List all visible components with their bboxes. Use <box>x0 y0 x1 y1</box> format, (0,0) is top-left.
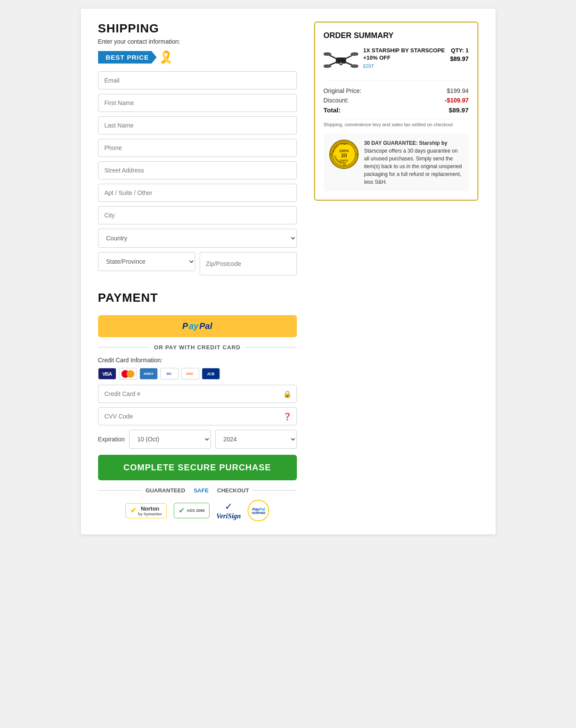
checkout-label: CHECKOUT <box>217 487 249 494</box>
state-zip-row: State/Province Alabama Alaska California… <box>98 252 297 275</box>
shipping-subtitle: Enter your contact information: <box>98 38 297 45</box>
paypal-verified-label: VERIFIED <box>251 511 265 514</box>
cc-info-label: Credit Card Information: <box>98 357 297 364</box>
verisign-badge: ✓ VeriSign <box>216 501 241 520</box>
guarantee-box: 100% 30 DAYS ★ ★ ★ ★ MONEY BACK <box>324 134 469 191</box>
product-qty-price: QTY: 1 $89.97 <box>450 47 469 62</box>
diners-icon: DC <box>160 368 178 380</box>
complete-purchase-button[interactable]: COMPLETE SECURE PURCHASE <box>98 455 297 480</box>
verisign-label: VeriSign <box>216 512 241 520</box>
svg-point-10 <box>340 63 342 64</box>
discount-label: Discount: <box>324 97 349 104</box>
apt-suite-field[interactable] <box>98 184 297 202</box>
norton-badge: ✔ Norton by Symantec <box>125 503 167 518</box>
norton-sub: by Symantec <box>138 512 162 516</box>
lock-icon: 🔒 <box>283 390 292 398</box>
page-container: SHIPPING Enter your contact information:… <box>81 9 496 534</box>
last-name-field[interactable] <box>98 116 297 134</box>
total-value: $89.97 <box>449 106 469 114</box>
main-layout: SHIPPING Enter your contact information:… <box>98 22 478 521</box>
product-image <box>324 47 358 73</box>
ribbon-icon: 🎗️ <box>159 50 174 64</box>
order-summary-title: ORDER SUMMARY <box>324 31 469 40</box>
state-select[interactable]: State/Province Alabama Alaska California… <box>98 252 195 271</box>
phone-field[interactable] <box>98 139 297 157</box>
guaranteed-section: GUARANTEED SAFE CHECKOUT ✔ Norton by Sym… <box>98 487 297 521</box>
ads-check-icon: ✔ <box>178 506 185 515</box>
paypal-pal-text: Pal <box>199 321 212 331</box>
email-field[interactable] <box>98 71 297 89</box>
order-summary: ORDER SUMMARY <box>314 22 478 201</box>
norton-check-icon: ✔ <box>130 506 137 515</box>
paypal-logo: P ay Pal <box>182 321 213 331</box>
left-column: SHIPPING Enter your contact information:… <box>98 22 297 521</box>
right-column: ORDER SUMMARY <box>314 22 478 201</box>
first-name-field[interactable] <box>98 94 297 112</box>
paypal-button[interactable]: P ay Pal <box>98 315 297 337</box>
ads-text: ADS 2086 <box>187 508 205 513</box>
paypal-aypal-text: ay <box>189 321 198 331</box>
price-breakdown: Original Price: $199.94 Discount: -$109.… <box>324 87 469 114</box>
help-icon: ❓ <box>283 412 292 421</box>
zip-field[interactable] <box>200 252 297 275</box>
city-field[interactable] <box>98 206 297 224</box>
discount-row: Discount: -$109.97 <box>324 97 469 104</box>
expiry-month-select[interactable]: 1 (Jan) 2 (Feb) 3 (Mar) 4 (Apr) 5 (May) … <box>129 430 211 449</box>
original-price-value: $199.94 <box>447 87 469 94</box>
guarantee-body: Starscope offers a 30 days guarantee on … <box>364 148 462 185</box>
edit-link[interactable]: EDIT <box>363 64 374 69</box>
product-row: 1X STARSHIP BY STARSCOPE +10% OFF EDIT Q… <box>324 47 469 80</box>
shipping-title: SHIPPING <box>98 22 297 35</box>
best-price-ribbon: BEST PRICE <box>98 51 157 64</box>
paypal-verified-badge: PayPal VERIFIED <box>248 500 269 521</box>
amex-icon: AMEX <box>140 368 158 380</box>
product-name: 1X STARSHIP BY STARSCOPE +10% OFF <box>363 47 445 62</box>
drone-svg <box>324 47 358 73</box>
svg-text:★: ★ <box>355 153 358 156</box>
payment-title: PAYMENT <box>98 291 297 305</box>
verisign-check-icon: ✓ <box>225 501 232 512</box>
guarantee-badge-svg: 100% 30 DAYS ★ ★ ★ ★ MONEY BACK <box>329 139 359 169</box>
expiry-label: Expiration <box>98 436 125 443</box>
svg-text:★: ★ <box>329 153 332 156</box>
cvv-field[interactable] <box>98 407 297 425</box>
norton-label: Norton <box>138 505 162 512</box>
total-row: Total: $89.97 <box>324 106 469 114</box>
discount-value: -$109.97 <box>445 97 468 104</box>
guaranteed-label: GUARANTEED <box>146 487 185 494</box>
guaranteed-divider: GUARANTEED SAFE CHECKOUT <box>98 487 297 494</box>
or-divider: OR PAY WITH CREDIT CARD <box>98 344 297 351</box>
expiry-row: Expiration 1 (Jan) 2 (Feb) 3 (Mar) 4 (Ap… <box>98 430 297 449</box>
best-price-banner: BEST PRICE 🎗️ <box>98 50 174 64</box>
street-address-field[interactable] <box>98 161 297 179</box>
visa-icon: VISA <box>98 368 116 380</box>
ads-badge: ✔ ADS 2086 <box>174 503 210 518</box>
cvv-input-wrapper: ❓ <box>98 407 297 425</box>
original-price-label: Original Price: <box>324 87 362 94</box>
safe-label: SAFE <box>194 487 209 494</box>
mastercard-icon <box>119 368 137 380</box>
norton-text: Norton by Symantec <box>138 505 162 516</box>
guarantee-title: 30 DAY GUARANTEE: Starship by <box>364 140 448 146</box>
cc-icons-row: VISA AMEX DC DISC JCB <box>98 368 297 380</box>
original-price-row: Original Price: $199.94 <box>324 87 469 94</box>
country-select[interactable]: Country United States United Kingdom Can… <box>98 229 297 248</box>
product-price: $89.97 <box>450 55 469 62</box>
trust-badges: ✔ Norton by Symantec ✔ ADS 2086 <box>98 500 297 521</box>
expiry-year-select[interactable]: 2023 2024 2025 2026 2027 2028 <box>215 430 297 449</box>
paypal-verified-logo: PayPal <box>252 507 265 511</box>
jcb-icon: JCB <box>202 368 220 380</box>
total-label: Total: <box>324 106 341 114</box>
payment-section: PAYMENT P ay Pal OR PAY WITH CREDIT CARD… <box>98 291 297 521</box>
guarantee-text: 30 DAY GUARANTEE: Starship by Starscope … <box>364 139 464 186</box>
svg-text:30: 30 <box>341 152 347 159</box>
credit-card-field[interactable] <box>98 385 297 403</box>
or-pay-label: OR PAY WITH CREDIT CARD <box>154 344 240 351</box>
product-info: 1X STARSHIP BY STARSCOPE +10% OFF EDIT <box>363 47 445 70</box>
shipping-note: Shipping, convenience levy and sales tax… <box>324 119 469 127</box>
credit-card-input-wrapper: 🔒 <box>98 385 297 403</box>
guarantee-badge: 100% 30 DAYS ★ ★ ★ ★ MONEY BACK <box>329 139 359 169</box>
discover-icon: DISC <box>181 368 199 380</box>
product-qty: QTY: 1 <box>450 47 469 54</box>
paypal-p-letter: P <box>182 321 188 331</box>
